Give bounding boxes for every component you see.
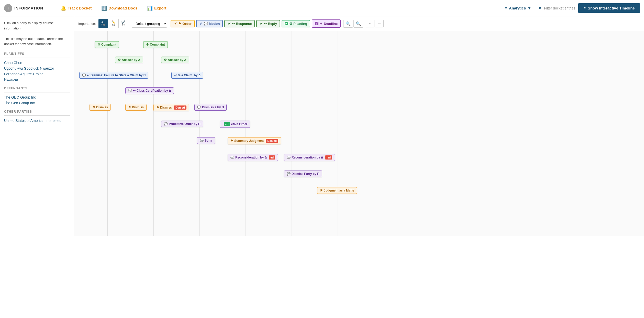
node-dismiss-3[interactable]: ⚑ Dismiss Denied [153, 104, 189, 111]
imp-all-label: All [101, 20, 106, 24]
download-icon: ⬇️ [101, 5, 107, 11]
imp-all-button[interactable]: All 258 [98, 19, 108, 28]
filter-tag-response[interactable]: ✔ ↩ Response [224, 20, 255, 27]
sidebar-item-plaintiff-1[interactable]: Ugochukwu Goodluck Nwauzor [4, 66, 70, 71]
summary-1-label: Sumr [205, 139, 213, 142]
download-docs-button[interactable]: ⬇️ Download Docs [97, 3, 141, 13]
answer-1-icon: ⚙ [118, 58, 121, 62]
node-dismiss-party[interactable]: 💬 Dismiss Party by Π [284, 171, 322, 177]
zoom-in-button[interactable]: 🔍 [343, 20, 353, 28]
col-line-6 [338, 31, 338, 236]
node-class-cert[interactable]: 💬 ↩ Class Certification by Δ [125, 87, 174, 94]
export-label: Export [154, 6, 166, 10]
complaint-1-icon: ⚙ [97, 43, 100, 46]
main-content: Click on a party to display counsel info… [0, 16, 644, 318]
grouping-select[interactable]: Default grouping By date By party [132, 20, 167, 28]
col-line-4 [246, 31, 246, 236]
nav-back-button[interactable]: ← [366, 20, 374, 27]
plaintiffs-divider [4, 58, 70, 58]
other-parties-divider [4, 115, 70, 116]
response-icon: ↩ [232, 22, 235, 26]
imp-all-count: 258 [101, 24, 106, 27]
track-docket-button[interactable]: 🔔 Track Docket [57, 3, 96, 13]
filter-area: ▼ Filter docket entries [537, 5, 575, 11]
show-timeline-button[interactable]: ≡ Show Interactive Timeline [578, 3, 640, 13]
dismiss-2-icon: ⚑ [128, 105, 131, 109]
node-answer-1[interactable]: ⚙ Answer by Δ [115, 57, 143, 63]
filter-tag-reply[interactable]: ✔ ↩ Reply [256, 20, 280, 27]
importance-label: Importance: [78, 22, 96, 26]
response-checkbox: ✔ [227, 22, 231, 25]
node-summary-judgment[interactable]: ⚑ Summary Judgment Denied [228, 137, 281, 144]
node-protective-order-2[interactable]: ed ctive Order [220, 121, 250, 128]
node-complaint-2[interactable]: ⚙ Complaint [143, 41, 168, 48]
sidebar: Click on a party to display counsel info… [0, 16, 74, 318]
imp-mid-button[interactable]: ✏️ 88 [109, 19, 118, 28]
timeline-icon: ≡ [583, 6, 586, 10]
dismiss-3-label: Dismiss [160, 106, 172, 109]
node-judgment-matter[interactable]: ⚑ Judgment as a Matte [317, 187, 357, 194]
sidebar-item-plaintiff-0[interactable]: Chao Chen [4, 60, 70, 66]
filter-tag-pleading[interactable]: ✔ ⚙ Pleading [282, 20, 310, 27]
jm-label: Judgment as a Matte [324, 189, 354, 192]
protective-2-label: ctive Order [231, 122, 247, 126]
node-reconsideration-1[interactable]: 💬 Reconsideration by Δ ed [228, 154, 278, 161]
order-icon: ⚑ [178, 22, 181, 26]
filter-tag-motion[interactable]: ✔ 💬 Motion [196, 20, 223, 27]
deadline-icon: ＋ [319, 21, 323, 26]
node-dismiss-1[interactable]: ⚑ Dismiss [90, 104, 111, 111]
sidebar-item-plaintiff-3[interactable]: Nwauzor [4, 77, 70, 82]
node-complaint-1[interactable]: ⚙ Complaint [95, 41, 119, 48]
protective-1-label: Protective Order by Π [169, 122, 200, 126]
node-answer-2[interactable]: ⚙ Answer by Δ [161, 57, 189, 63]
sidebar-item-plaintiff-2[interactable]: Fernando Aguirre-Urbina [4, 71, 70, 77]
toolbar-actions: 🔔 Track Docket ⬇️ Download Docs 📊 Export [57, 3, 170, 13]
nav-forward-button[interactable]: → [375, 20, 384, 27]
dismiss-3-icon: ⚑ [156, 106, 159, 109]
sidebar-item-defendant-1[interactable]: The Geo Group Inc [4, 100, 70, 106]
show-timeline-label: Show Interactive Timeline [588, 6, 635, 10]
dismiss-1-icon: ⚑ [92, 105, 95, 109]
dismiss-f1-icon: 💬 [82, 73, 86, 77]
filter-tag-order[interactable]: ✔ ⚑ Order [171, 20, 194, 27]
app-container: i INFORMATION 🔔 Track Docket ⬇️ Download… [0, 0, 644, 318]
sj-label: Summary Judgment [234, 139, 264, 143]
order-checkbox: ✔ [174, 22, 177, 25]
analytics-label: Analytics [509, 6, 526, 10]
sidebar-item-other-0[interactable]: United States of America, Interested [4, 118, 70, 123]
analytics-icon: ≡ [505, 6, 507, 10]
answer-1-label: Answer by Δ [122, 58, 140, 62]
deadline-checkbox: ✔ [315, 22, 318, 25]
zoom-out-button[interactable]: 🔍 [353, 20, 363, 28]
answer-2-icon: ⚙ [164, 58, 167, 62]
export-icon: 📊 [147, 5, 153, 11]
node-protective-order-1[interactable]: 💬 Protective Order by Π [161, 121, 203, 127]
node-dismiss-failure-2[interactable]: ↩ te a Claim by Δ [171, 72, 203, 79]
analytics-button[interactable]: ≡ Analytics ▼ [502, 4, 534, 12]
node-dismiss-pi[interactable]: 💬 Dismiss s by Π [194, 104, 227, 111]
node-reconsideration-2[interactable]: 💬 Reconsideration by Δ ied [284, 154, 335, 161]
motion-checkbox: ✔ [199, 22, 203, 25]
info-label: INFORMATION [14, 6, 43, 10]
importance-group: All 258 ✏️ 88 ✔️ 62 [98, 19, 128, 28]
class-cert-icon: 💬 [128, 89, 132, 92]
timeline-area[interactable]: Importance: All 258 ✏️ 88 ✔️ 62 [74, 16, 644, 318]
sidebar-item-defendant-0[interactable]: The GEO Group Inc [4, 94, 70, 100]
imp-mid-icon: ✏️ [111, 20, 115, 24]
dismiss-f1-icon2: ↩ [87, 73, 90, 77]
col-line-1 [107, 31, 108, 236]
export-button[interactable]: 📊 Export [143, 3, 171, 13]
analytics-dropdown-icon: ▼ [527, 6, 531, 10]
imp-mid-count: 88 [111, 24, 115, 27]
node-summary-1[interactable]: 💬 Sumr [197, 137, 215, 144]
filter-tag-deadline[interactable]: ✔ ＋ Deadline [312, 19, 341, 28]
recon-1-badge: ed [269, 155, 275, 160]
imp-high-button[interactable]: ✔️ 62 [118, 19, 128, 28]
node-dismiss-2[interactable]: ⚑ Dismiss [125, 104, 147, 111]
bell-icon: 🔔 [61, 5, 66, 11]
pleading-checkbox: ✔ [285, 22, 288, 25]
complaint-2-label: Complaint [150, 43, 165, 46]
recon-1-label: Reconsideration by Δ [235, 156, 267, 159]
node-dismiss-failure-1[interactable]: 💬 ↩ Dismiss: Failure to State a Claim by… [79, 72, 148, 79]
info-icon[interactable]: i [4, 4, 12, 12]
